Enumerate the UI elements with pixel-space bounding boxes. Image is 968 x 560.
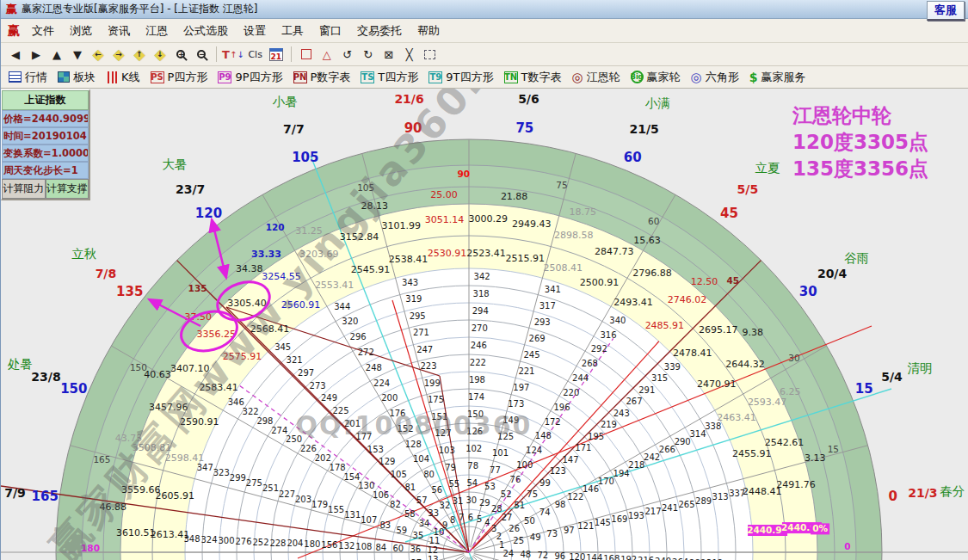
collapse-tool-button[interactable]: ╳ xyxy=(400,45,419,64)
rotate-cw-button[interactable]: ↻ xyxy=(359,45,378,64)
wheel-value: 2515.91 xyxy=(505,253,545,264)
wheel-value: 0 xyxy=(889,489,897,504)
wheel-value: 45 xyxy=(720,206,738,221)
wheel-value: 3.13 xyxy=(805,452,826,464)
9t-square-label: 9T四方形 xyxy=(446,70,493,85)
wheel-value: 30 xyxy=(788,353,799,363)
view-p-number-button[interactable]: PNP数字表 xyxy=(289,68,357,87)
wheel-value: 219 xyxy=(601,420,617,429)
menu-6[interactable]: 工具 xyxy=(274,21,311,41)
rotate-down-button[interactable]: ▼ xyxy=(68,45,87,64)
diamond-left-button[interactable]: ◆← xyxy=(89,46,108,63)
wheel-value: 75 xyxy=(556,180,567,190)
menu-3[interactable]: 江恩 xyxy=(138,21,176,41)
box-x-tool-button[interactable]: ⊠ xyxy=(379,45,398,64)
wheel-value: 50 xyxy=(524,516,535,526)
wheel-value: 春分 xyxy=(940,484,965,498)
wheel-value: 53 xyxy=(484,482,496,491)
view-hexagon-button[interactable]: ◎六角形 xyxy=(687,68,745,87)
view-9t-square-button[interactable]: T99T四方形 xyxy=(424,68,499,87)
menu-0[interactable]: 文件 xyxy=(24,21,62,41)
annotation-line-1: 120度3305点 xyxy=(792,129,928,156)
wheel-value: 29 xyxy=(479,498,490,508)
wheel-value: 241 xyxy=(662,503,678,513)
menu-5[interactable]: 设置 xyxy=(236,21,274,41)
gann-wheel-chart[interactable]: 1234567891011121314232425262728293031323… xyxy=(1,89,968,560)
menu-4[interactable]: 公式选股 xyxy=(176,21,236,41)
square-tool-button[interactable] xyxy=(297,45,316,64)
snapshot-tool-button[interactable] xyxy=(421,45,440,64)
diamond-down-button[interactable]: ◆↓ xyxy=(151,46,170,63)
wheel-value: 104 xyxy=(413,454,429,464)
wheel-value: 101 xyxy=(492,448,509,458)
wheel-value: 343 xyxy=(402,278,418,287)
zoom-in-button[interactable]: + xyxy=(171,45,190,64)
view-9p-square-button[interactable]: P99P四方形 xyxy=(213,68,288,87)
diamond-right-button[interactable]: ◆→ xyxy=(109,46,128,63)
triangle-tool-button[interactable]: △ xyxy=(318,45,336,64)
wheel-value: 40.63 xyxy=(144,369,171,380)
wheel-value: 197 xyxy=(513,383,529,392)
t-updown-button[interactable]: T↑↓ xyxy=(222,45,244,64)
wheel-value: 122 xyxy=(567,492,583,502)
wheel-value: 48 xyxy=(520,550,531,559)
menu-7[interactable]: 窗口 xyxy=(311,21,349,41)
diamond-up-button[interactable]: ◆↑ xyxy=(130,46,149,63)
view-p-square-button[interactable]: PSP四方形 xyxy=(146,68,214,87)
cls-button[interactable]: Cls xyxy=(246,45,265,64)
wheel-value: 249 xyxy=(321,393,337,403)
view-quotes-button[interactable]: 行情 xyxy=(4,68,53,87)
menu-2[interactable]: 资讯 xyxy=(100,21,138,41)
view-sectors-button[interactable]: 板块 xyxy=(53,68,102,87)
wheel-value: 23/8 xyxy=(31,370,60,384)
zoom-out-button[interactable]: − xyxy=(192,45,211,64)
rotate-ccw-button[interactable]: ↺ xyxy=(338,45,357,64)
rotate-up-button[interactable]: ▲ xyxy=(47,45,66,64)
view-kline-button[interactable]: K线 xyxy=(102,68,146,87)
menu-9[interactable]: 帮助 xyxy=(410,21,447,41)
view-winner-service-button[interactable]: $赢家服务 xyxy=(745,68,812,87)
back-button[interactable]: ◀ xyxy=(6,45,25,64)
wheel-value: 54 xyxy=(466,478,478,488)
menu-8[interactable]: 交易委托 xyxy=(349,21,410,41)
wheel-value: 52 xyxy=(501,489,512,499)
wheel-value: 8 xyxy=(450,515,455,525)
wheel-value: 227 xyxy=(279,489,295,499)
view-t-number-button[interactable]: TNT数字表 xyxy=(500,68,568,87)
wheel-value: 267 xyxy=(626,397,642,406)
calc-support-button[interactable]: 计算支撑 xyxy=(46,179,89,199)
main-toolbar: ◀▶▲▼◆←◆→◆↑◆↓+−T↑↓Cls21△↺↻⊠╳ xyxy=(1,43,968,66)
wheel-value: 290 xyxy=(675,437,691,446)
view-toolbar: 行情板块K线PSP四方形P99P四方形PNP数字表TST四方形T99T四方形TN… xyxy=(1,66,968,89)
view-gann-wheel-button[interactable]: ◎江恩轮 xyxy=(567,68,626,87)
wheel-value: 98 xyxy=(555,500,566,509)
wheel-value: 73 xyxy=(546,529,558,538)
view-t-square-button[interactable]: TST四方形 xyxy=(356,68,424,87)
toolbar-separator xyxy=(291,46,292,62)
forward-button[interactable]: ▶ xyxy=(27,45,46,64)
wheel-value: 200 xyxy=(381,393,398,403)
wheel-value: 96 xyxy=(554,551,565,560)
menu-1[interactable]: 浏览 xyxy=(62,21,100,41)
wheel-value: 248 xyxy=(366,363,382,372)
wheel-value: 221 xyxy=(518,366,534,376)
wheel-value: 90 xyxy=(458,169,471,179)
parameter-row-3: 周天变化步长=1 xyxy=(2,162,89,179)
view-winner-wheel-button[interactable]: Big赢家轮 xyxy=(626,68,687,87)
wheel-value: 345 xyxy=(274,342,291,352)
calendar-button[interactable]: 21 xyxy=(267,45,286,64)
wheel-value: 132 xyxy=(338,541,355,551)
wheel-value: 2470.91 xyxy=(697,378,737,390)
wheel-value: 2485.91 xyxy=(645,320,685,331)
calc-resistance-button[interactable]: 计算阻力 xyxy=(2,179,46,199)
parameter-row-2: 变换系数=1.00000 xyxy=(2,145,89,162)
wheel-value: 323 xyxy=(213,468,230,477)
app-logo-icon: 赢 xyxy=(6,2,17,17)
wheel-value: 318 xyxy=(473,289,490,298)
wheel-value: 314 xyxy=(689,429,706,439)
customer-service-button[interactable]: 客服 xyxy=(927,1,965,21)
wheel-value: 319 xyxy=(405,294,422,304)
sector-blocks-icon xyxy=(58,71,70,83)
hexagon-label: 六角形 xyxy=(706,70,739,85)
symbol-name: 上证指数 xyxy=(2,90,89,110)
